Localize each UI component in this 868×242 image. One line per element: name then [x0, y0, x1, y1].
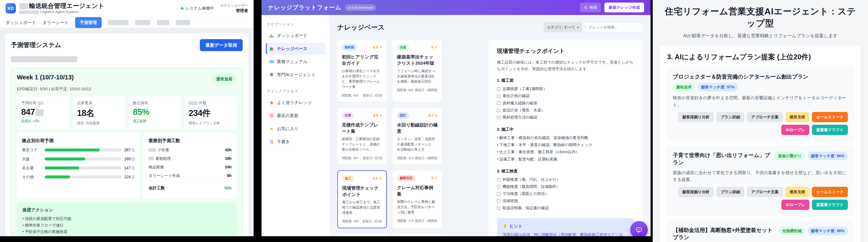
books-icon — [269, 46, 274, 52]
location-forecast-card: 拠点別出荷予測 東京コア 287 大阪 189 名古屋 — [17, 133, 140, 199]
search-button[interactable]: 検索 — [580, 3, 601, 12]
knowledge-card[interactable]: 契約前4.9 ★ 初回ヒアリング完全ガイド お客様の潜在ニーズを引き出す質問テク… — [337, 39, 387, 102]
rough-estimate-button[interactable]: 概算見積 — [785, 187, 809, 197]
redacted-text — [37, 101, 43, 105]
card-description: 着工から竣工まで、各工程での確認事項と品質管理基準 — [342, 200, 382, 215]
chat-fab-button[interactable] — [630, 221, 648, 239]
sidebar-item-drafts[interactable]: 下書き — [266, 136, 325, 148]
proposal-draft-button[interactable]: 提案書ドラフト — [812, 200, 848, 210]
task-hours-card: 業務別予測工数 グ作業 42h 書類処理 18h 検品業務 24h — [144, 133, 237, 199]
ai-roleplay-button[interactable]: AIロープレ — [781, 125, 809, 135]
tab-tallysheet[interactable]: タリーシート — [42, 20, 69, 26]
week1-title: Week 1 (10/7-10/13) — [17, 74, 73, 81]
checklist-item: 機能検査（建具開閉、設備動作） — [497, 183, 634, 190]
sidebar-item-ai-agent[interactable]: 専門AIエージェント — [266, 69, 325, 81]
checkbox-icon[interactable] — [497, 87, 500, 91]
plan-title: 子育て世帯向け「思い出リフォーム」プラン — [673, 152, 772, 166]
plan-detail-button[interactable]: プラン詳細 — [716, 187, 744, 197]
star-icon: ★ — [379, 46, 382, 50]
redacted-tab[interactable] — [135, 20, 150, 25]
plan-card: 子育て世帯向け「思い出リフォーム」プラン 家族の繋がり 顧客マッチ度: 96% … — [667, 146, 854, 215]
ai-roleplay-button[interactable]: AIロープレ — [781, 200, 809, 210]
card-title: クレーム対応事例集 — [397, 184, 438, 197]
checkbox-icon[interactable] — [497, 109, 500, 112]
rating: 4.7 ★ — [428, 113, 438, 118]
sidebar-item-recent-updates[interactable]: 最近の更新 — [266, 110, 325, 122]
proposal-draft-button[interactable]: 提案書ドラフト — [812, 125, 848, 135]
customer-analysis-button[interactable]: 顧客深掘り分析 — [678, 112, 714, 122]
bullet-item: 解体工事：構造材の劣化確認、追加補強の要否判断 — [497, 134, 634, 142]
tab-bar: ダッシュボード タリーシート 予測管理 — [0, 17, 254, 28]
knowledge-card[interactable]: 見積4.8 ★ 見積作成テンプレート集 規模別・工事種別の見積テンプレートと、原… — [337, 108, 387, 165]
stat-forecast-shipment: 予測出荷 847 前週比 +3% — [17, 96, 69, 129]
redacted-tab[interactable] — [108, 20, 129, 25]
approach-copy-button[interactable]: アプローチ文案 — [747, 112, 783, 122]
rough-estimate-button[interactable]: 概算見積 — [785, 112, 809, 122]
action-item: 予防保守点検の実施推奨 — [23, 229, 231, 235]
tab-dashboard[interactable]: ダッシュボード — [6, 20, 36, 26]
location-row: 東京コア 287 — [22, 147, 135, 153]
approach-copy-button[interactable]: アプローチ文案 — [747, 187, 783, 197]
plan-detail-button[interactable]: プラン詳細 — [716, 112, 744, 122]
plan-tag-badge: 光熱費削減 — [779, 226, 805, 235]
platform-title: ナレッジプラットフォーム — [268, 4, 341, 11]
app-header: KD 輸送統合管理エージェント Logistics Agent System シ… — [0, 0, 254, 17]
view-count: 閲覧数: 432 — [342, 93, 359, 97]
stat-case-count: 件数 234件 標準レイアウト主体 — [184, 96, 237, 129]
customer-analysis-button[interactable]: 顧客深掘り分析 — [678, 187, 714, 197]
week1-card: Week 1 (10/7-10/13) 通常負荷 EPD確定日: 9/30 | … — [11, 68, 243, 242]
checkbox-icon[interactable] — [497, 94, 500, 98]
recommended-actions-title: 推奨アクション — [23, 207, 231, 213]
checkbox-icon[interactable] — [497, 192, 500, 195]
checkbox-icon[interactable] — [497, 207, 500, 210]
plan-section-title: 3. AIによるリフォームプラン提案 (上位20件) — [667, 52, 854, 62]
star-icon: ★ — [269, 126, 274, 131]
create-knowledge-button[interactable]: 新規ナレッジ作成 — [604, 3, 644, 12]
checkbox-icon[interactable] — [497, 199, 500, 203]
checkbox-icon[interactable] — [497, 101, 500, 105]
agent-title: 住宅リフォーム営業支援AIエージェント：ステップ型 — [653, 0, 868, 29]
redacted-tab[interactable] — [157, 20, 169, 25]
nav-section-label: ナビゲーション — [267, 22, 325, 26]
category-badge: 契約前 — [342, 44, 357, 51]
location-row: その他 224 — [22, 174, 135, 180]
knowledge-card[interactable]: 設計4.7 ★ 水回り動線設計の極意 キッチン・浴室・洗面所の最適配置パターンと… — [393, 108, 442, 165]
recommended-actions: 推奨アクション 現状の要員配置で対応可能 標準作業フローで進行 予防保守点検の実… — [17, 203, 237, 240]
sidebar-item-knowledge-base[interactable]: ナレッジベース — [266, 43, 325, 55]
sidebar-item-favorites[interactable]: ★ お気に入り — [266, 123, 325, 134]
rating: 4.9 ★ — [373, 176, 382, 181]
bar-chart-icon — [269, 33, 274, 38]
knowledge-platform-panel: ナレッジプラットフォーム v2.0 AI Enhanced 検索 新規ナレッジ作… — [261, 0, 651, 242]
sales-talk-button[interactable]: セールストーク — [812, 187, 848, 197]
sidebar-item-dashboard[interactable]: ダッシュボード — [266, 30, 325, 41]
app-logo: KD — [6, 3, 16, 13]
star-icon: ★ — [434, 113, 438, 118]
status-dot-icon — [181, 7, 184, 10]
tab-forecast[interactable]: 予測管理 — [75, 17, 102, 28]
sidebar-item-frequently-used[interactable]: よく使うナレッジ — [266, 97, 325, 109]
knowledge-card[interactable]: 顧客対応5 ★ クレーム対応事例集 実際のクレーム事例と解決方法、予防策をパター… — [393, 170, 442, 228]
search-input[interactable] — [589, 25, 639, 30]
checkbox-icon[interactable] — [497, 116, 500, 119]
robot-icon — [269, 72, 274, 78]
sidebar-item-manuals[interactable]: 業務マニュアル — [266, 56, 325, 68]
refresh-data-button[interactable]: 最新データ取得 — [200, 39, 243, 51]
card-title: 水回り動線設計の極意 — [397, 122, 438, 134]
redacted-tab[interactable] — [176, 20, 190, 25]
reform-agent-panel: 住宅リフォーム営業支援AIエージェント：ステップ型 AIが顧客データを分析し、最… — [653, 0, 868, 242]
updated-date: 更新日: 5日前 — [363, 156, 382, 160]
action-item: 現状の要員配置で対応可能 — [23, 215, 231, 222]
checkbox-icon[interactable] — [497, 178, 500, 181]
category-filter-dropdown[interactable]: カテゴリ: すべて ▾ — [544, 22, 582, 32]
detail-intro: 施工品質の確保には、各工程での適切なチェックが不可欠です。見落としがちなポイント… — [497, 59, 634, 72]
category-badge: 顧客対応 — [397, 175, 415, 181]
checkbox-icon[interactable] — [497, 185, 500, 188]
task-row: タリーシート作成 8h — [149, 173, 231, 178]
knowledge-card-grid: 契約前4.9 ★ 初回ヒアリング完全ガイド お客様の潜在ニーズを引き出す質問テク… — [337, 39, 442, 242]
sales-talk-button[interactable]: セールストーク — [812, 112, 848, 122]
knowledge-card[interactable]: 法規5 ★ 建築基準法チェックリスト2024年版 リフォーム時に確認すべき建築基… — [393, 39, 442, 102]
knowledge-search-field[interactable] — [585, 23, 643, 32]
rating: 4.9 ★ — [373, 45, 382, 50]
checklist-item: 取扱説明書、保証書の確認 — [497, 205, 634, 212]
knowledge-card-selected[interactable]: 施工4.9 ★ 現場管理チェックポイント 着工から竣工まで、各工程での確認事項と… — [337, 170, 387, 228]
